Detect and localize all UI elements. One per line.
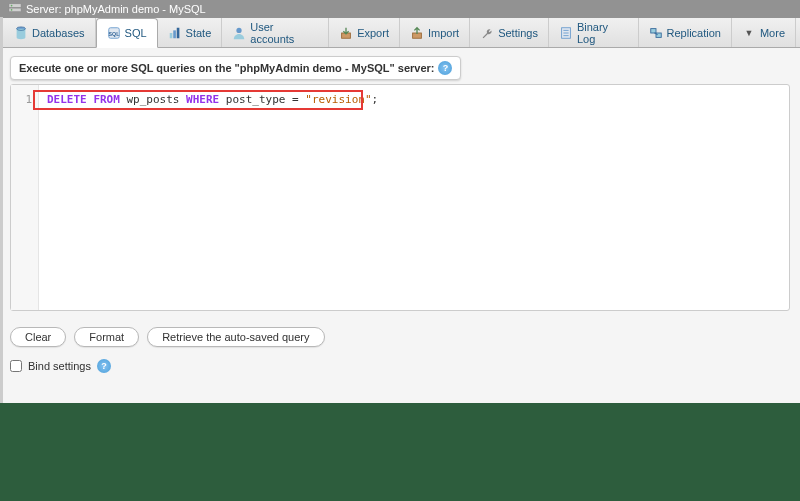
tab-databases-label: Databases [32, 27, 85, 39]
retrieve-button[interactable]: Retrieve the auto-saved query [147, 327, 324, 347]
tab-settings[interactable]: Settings [470, 18, 549, 47]
nav-tabs: Databases SQL SQL State User accounts Ex… [0, 18, 800, 48]
tab-import-label: Import [428, 27, 459, 39]
sql-fieldset-legend: Execute one or more SQL queries on the "… [10, 56, 461, 80]
tab-status-label: State [186, 27, 212, 39]
bind-settings-checkbox[interactable] [10, 360, 22, 372]
tab-sql-label: SQL [125, 27, 147, 39]
wrench-icon [480, 26, 494, 40]
legend-text: Execute one or more SQL queries on the "… [19, 62, 434, 74]
sql-code-editor[interactable]: 1 DELETE FROM wp_posts WHERE post_type =… [10, 84, 790, 311]
tab-import[interactable]: Import [400, 18, 470, 47]
tab-export[interactable]: Export [329, 18, 400, 47]
kw-delete: DELETE [47, 93, 87, 106]
export-icon [339, 26, 353, 40]
identifier-column: post_type [226, 93, 286, 106]
identifier-table: wp_posts [127, 93, 180, 106]
button-row: Clear Format Retrieve the auto-saved que… [0, 319, 800, 355]
svg-point-2 [11, 5, 13, 7]
help-icon[interactable]: ? [438, 61, 452, 75]
line-number-gutter: 1 [11, 85, 39, 310]
breadcrumb: Server: phpMyAdmin demo - MySQL [0, 0, 800, 18]
kw-where: WHERE [186, 93, 219, 106]
svg-point-11 [237, 27, 242, 32]
operator-equals: = [292, 93, 299, 106]
code-text-area[interactable]: DELETE FROM wp_posts WHERE post_type = "… [39, 85, 789, 310]
tab-users-label: User accounts [250, 21, 318, 45]
help-icon[interactable]: ? [97, 359, 111, 373]
svg-rect-8 [169, 33, 172, 38]
tab-replication-label: Replication [667, 27, 721, 39]
bind-settings-row: Bind settings ? [0, 355, 800, 377]
svg-rect-18 [650, 28, 655, 32]
tab-binlog-label: Binary Log [577, 21, 628, 45]
bind-settings-label: Bind settings [28, 360, 91, 372]
clear-button[interactable]: Clear [10, 327, 66, 347]
sql-icon: SQL [107, 26, 121, 40]
tab-users[interactable]: User accounts [222, 18, 329, 47]
svg-rect-9 [173, 30, 176, 38]
format-button[interactable]: Format [74, 327, 139, 347]
tab-databases[interactable]: Databases [4, 18, 96, 47]
tab-status[interactable]: State [158, 18, 223, 47]
tab-export-label: Export [357, 27, 389, 39]
tab-settings-label: Settings [498, 27, 538, 39]
svg-rect-10 [176, 27, 179, 38]
import-icon [410, 26, 424, 40]
users-icon [232, 26, 246, 40]
bottom-strip [0, 403, 800, 501]
tab-binlog[interactable]: Binary Log [549, 18, 639, 47]
tab-replication[interactable]: Replication [639, 18, 732, 47]
status-icon [168, 26, 182, 40]
server-icon [8, 3, 22, 15]
string-value: "revision" [305, 93, 371, 106]
breadcrumb-server-label[interactable]: Server: phpMyAdmin demo - MySQL [26, 3, 206, 15]
binlog-icon [559, 26, 573, 40]
kw-from: FROM [93, 93, 120, 106]
terminator: ; [372, 93, 379, 106]
tab-more-label: More [760, 27, 785, 39]
content-area: Execute one or more SQL queries on the "… [0, 48, 800, 319]
replication-icon [649, 26, 663, 40]
tab-sql[interactable]: SQL SQL [96, 18, 158, 48]
svg-text:SQL: SQL [108, 31, 120, 37]
tab-more[interactable]: ▼ More [732, 18, 796, 47]
svg-rect-19 [656, 33, 661, 37]
line-number-1: 1 [25, 93, 32, 106]
left-border [0, 17, 3, 403]
svg-point-3 [11, 9, 13, 11]
dropdown-icon: ▼ [742, 26, 756, 40]
database-icon [14, 26, 28, 40]
